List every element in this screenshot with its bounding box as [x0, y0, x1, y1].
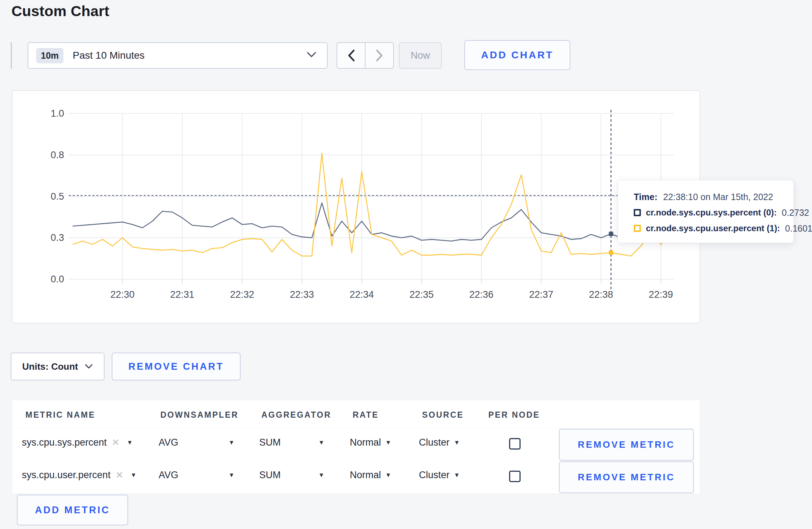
downsampler-value: AVG: [159, 437, 178, 448]
units-dropdown[interactable]: Units: Count: [11, 353, 105, 380]
y-tick-label: 1.0: [50, 108, 64, 119]
col-header-aggregator: AGGREGATOR: [261, 410, 331, 420]
x-tick-label: 22:39: [649, 289, 673, 300]
units-label: Units: Count: [22, 361, 78, 372]
downsampler-value: AVG: [159, 470, 178, 481]
caret-down-icon: ▼: [318, 439, 324, 446]
aggregator-value: SUM: [259, 437, 281, 448]
y-tick-label: 0.3: [50, 232, 64, 243]
caret-down-icon: ▼: [228, 439, 235, 446]
tooltip-series-label: cr.node.sys.cpu.user.percent (1):: [646, 223, 780, 233]
custom-chart-page: { "page": { "title": "Custom Chart" }, "…: [0, 0, 812, 529]
time-pager: [337, 42, 394, 69]
caret-down-icon: ▼: [454, 472, 460, 479]
source-value: Cluster: [419, 470, 450, 481]
x-tick-label: 22:34: [350, 289, 374, 300]
x-tick-label: 22:37: [529, 289, 554, 300]
clear-metric-icon[interactable]: ✕: [116, 470, 124, 481]
caret-down-icon: ▼: [318, 472, 324, 479]
remove-chart-button[interactable]: REMOVE CHART: [112, 353, 241, 380]
aggregator-select[interactable]: SUM ▼: [259, 437, 324, 448]
per-node-checkbox[interactable]: [509, 438, 521, 450]
tooltip-time-value: 22:38:10 on Mar 15th, 2022: [663, 192, 773, 202]
aggregator-value: SUM: [259, 470, 281, 481]
rate-value: Normal: [350, 437, 381, 448]
toolbar-divider: [11, 42, 12, 69]
add-metric-button[interactable]: ADD METRIC: [17, 495, 128, 525]
tooltip-time-label: Time:: [634, 192, 657, 202]
tooltip-series-value: 0.2732: [782, 208, 809, 218]
chevron-down-icon: [306, 51, 317, 60]
table-row: sys.cpu.user.percent ✕ ▼ AVG ▼ SUM ▼ Nor…: [12, 461, 700, 493]
chevron-left-icon: [347, 49, 355, 62]
caret-down-icon: ▼: [385, 472, 391, 479]
chart-svg[interactable]: 0.00.30.50.81.022:3022:3122:3222:3322:34…: [13, 91, 700, 324]
col-header-source: SOURCE: [422, 410, 464, 420]
per-node-checkbox[interactable]: [509, 471, 521, 482]
caret-down-icon: ▼: [385, 439, 391, 446]
chevron-down-icon: [84, 364, 93, 369]
remove-metric-button[interactable]: REMOVE METRIC: [559, 429, 694, 461]
x-tick-label: 22:38: [589, 289, 613, 300]
rate-select[interactable]: Normal ▼: [350, 437, 391, 448]
time-range-label: Past 10 Minutes: [73, 50, 145, 61]
metric-name-value: sys.cpu.sys.percent: [22, 437, 107, 448]
downsampler-select[interactable]: AVG ▼: [159, 470, 235, 481]
tooltip-series-row: cr.node.sys.cpu.sys.percent (0): 0.2732: [634, 205, 783, 220]
x-tick-label: 22:36: [469, 289, 494, 300]
remove-metric-button[interactable]: REMOVE METRIC: [559, 461, 694, 493]
col-header-rate: RATE: [353, 410, 379, 420]
col-header-downsampler: DOWNSAMPLER: [160, 410, 238, 420]
tooltip-time-row: Time: 22:38:10 on Mar 15th, 2022: [634, 189, 783, 205]
rate-value: Normal: [350, 470, 381, 481]
source-select[interactable]: Cluster ▼: [419, 437, 460, 448]
series-line-1: [73, 153, 671, 256]
tooltip-series-value: 0.1601: [785, 223, 812, 234]
clear-metric-icon[interactable]: ✕: [112, 437, 120, 448]
x-tick-label: 22:30: [110, 289, 135, 300]
source-value: Cluster: [419, 437, 450, 448]
source-select[interactable]: Cluster ▼: [419, 470, 460, 481]
time-range-badge: 10m: [36, 48, 63, 63]
chart-tooltip: Time: 22:38:10 on Mar 15th, 2022 cr.node…: [618, 180, 794, 243]
rate-select[interactable]: Normal ▼: [350, 470, 391, 481]
y-tick-label: 0.5: [50, 191, 64, 202]
metric-name-value: sys.cpu.user.percent: [22, 470, 111, 481]
sys-series-swatch-icon: [634, 209, 641, 216]
x-tick-label: 22:33: [290, 289, 314, 300]
metrics-table-header: METRIC NAME DOWNSAMPLER AGGREGATOR RATE …: [12, 400, 700, 428]
chevron-right-icon: [376, 49, 383, 62]
now-button[interactable]: Now: [399, 42, 442, 69]
tooltip-series-row: cr.node.sys.cpu.user.percent (1): 0.1601: [634, 220, 783, 236]
next-time-button[interactable]: [365, 43, 393, 68]
time-range-dropdown[interactable]: 10m Past 10 Minutes: [28, 42, 328, 69]
series-line-0: [73, 203, 671, 241]
x-tick-label: 22:31: [170, 289, 194, 300]
y-tick-label: 0.8: [50, 150, 64, 160]
caret-down-icon: ▼: [130, 472, 136, 479]
caret-down-icon: ▼: [228, 472, 235, 479]
caret-down-icon: ▼: [454, 439, 460, 446]
prev-time-button[interactable]: [337, 43, 365, 68]
metrics-table: METRIC NAME DOWNSAMPLER AGGREGATOR RATE …: [12, 400, 700, 494]
user-series-swatch-icon: [634, 225, 641, 232]
col-header-per-node: PER NODE: [488, 410, 540, 420]
chart-card: 0.00.30.50.81.022:3022:3122:3222:3322:34…: [12, 90, 700, 324]
table-row: sys.cpu.sys.percent ✕ ▼ AVG ▼ SUM ▼ Norm…: [12, 428, 700, 461]
page-title: Custom Chart: [11, 3, 109, 20]
metric-name-select[interactable]: sys.cpu.sys.percent ✕ ▼: [22, 437, 133, 448]
crosshair-dot: [609, 251, 613, 255]
add-chart-button[interactable]: ADD CHART: [464, 40, 570, 70]
col-header-metric-name: METRIC NAME: [25, 410, 95, 420]
aggregator-select[interactable]: SUM ▼: [259, 470, 324, 481]
metric-name-select[interactable]: sys.cpu.user.percent ✕ ▼: [22, 470, 136, 481]
caret-down-icon: ▼: [127, 439, 133, 446]
tooltip-series-label: cr.node.sys.cpu.sys.percent (0):: [646, 208, 777, 218]
x-tick-label: 22:32: [230, 289, 254, 300]
y-tick-label: 0.0: [50, 274, 64, 285]
x-tick-label: 22:35: [410, 289, 434, 300]
crosshair-dot: [609, 232, 613, 236]
downsampler-select[interactable]: AVG ▼: [159, 437, 235, 448]
